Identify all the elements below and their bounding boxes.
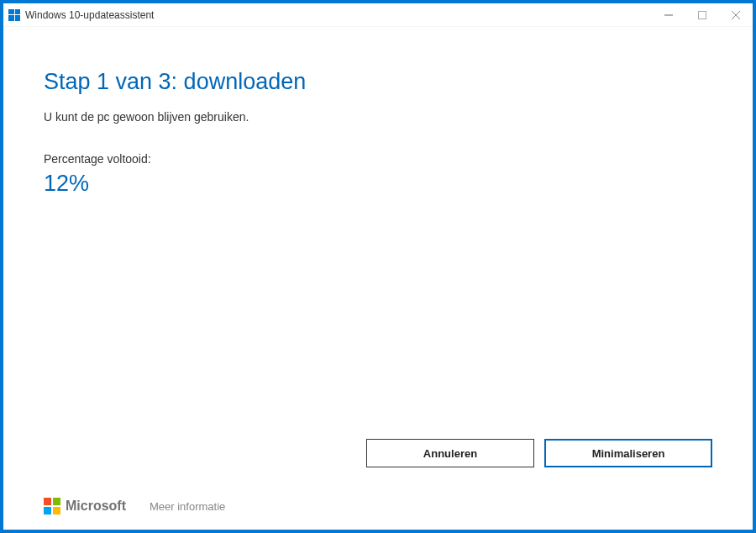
button-row: Annuleren Minimaliseren xyxy=(366,439,712,467)
microsoft-squares-icon xyxy=(44,498,60,515)
app-window: Windows 10-updateassistent Stap 1 van 3:… xyxy=(3,3,753,530)
svg-rect-1 xyxy=(699,11,706,18)
microsoft-brand-text: Microsoft xyxy=(66,499,126,514)
step-heading: Stap 1 van 3: downloaden xyxy=(44,69,712,95)
close-window-button[interactable] xyxy=(719,3,753,26)
more-info-link[interactable]: Meer informatie xyxy=(150,500,225,513)
progress-percentage: 12% xyxy=(44,171,712,197)
minimize-button[interactable]: Minimaliseren xyxy=(544,439,712,467)
instruction-text: U kunt de pc gewoon blijven gebruiken. xyxy=(44,110,712,124)
minimize-window-button[interactable] xyxy=(652,3,685,26)
maximize-window-button[interactable] xyxy=(685,3,719,26)
progress-label: Percentage voltooid: xyxy=(44,152,712,166)
titlebar: Windows 10-updateassistent xyxy=(3,3,753,27)
cancel-button[interactable]: Annuleren xyxy=(366,439,534,467)
titlebar-left: Windows 10-updateassistent xyxy=(8,9,154,21)
windows-icon xyxy=(8,9,20,21)
window-controls xyxy=(652,3,753,26)
microsoft-logo: Microsoft xyxy=(44,498,126,515)
window-title: Windows 10-updateassistent xyxy=(25,9,154,21)
footer: Microsoft Meer informatie xyxy=(44,498,225,515)
